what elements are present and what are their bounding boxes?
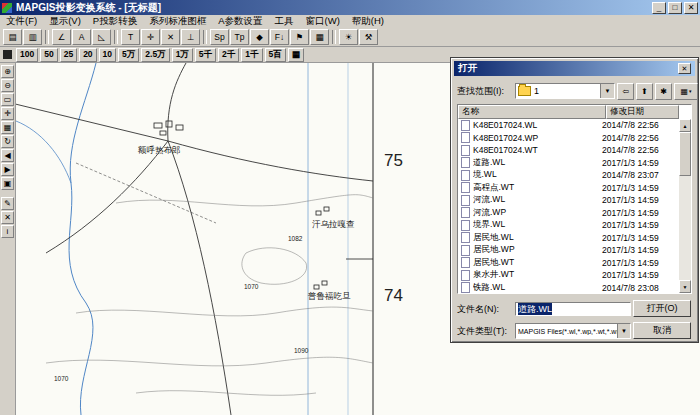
- file-name: K48E017024.WP: [473, 133, 602, 143]
- refresh-icon[interactable]: ↻: [1, 135, 14, 148]
- list-scrollbar[interactable]: ▲ ▼: [679, 119, 691, 293]
- title-bar[interactable]: MAPGIS投影变换系统 - [无标题] _ □ ✕: [0, 0, 700, 15]
- menu-item[interactable]: 文件(F): [0, 15, 43, 28]
- line-edit-icon[interactable]: ∠: [52, 29, 71, 45]
- f-down-icon[interactable]: F↓: [270, 29, 289, 45]
- file-row[interactable]: 河流.WL2017/1/3 14:59: [458, 194, 679, 207]
- file-row[interactable]: 道路.WL2017/1/3 14:59: [458, 157, 679, 170]
- file-row[interactable]: 境界.WL2017/1/3 14:59: [458, 219, 679, 232]
- scale-button[interactable]: 100: [16, 48, 38, 62]
- next-view-icon[interactable]: ▶: [1, 163, 14, 176]
- sp-tool-icon[interactable]: Sp: [210, 29, 229, 45]
- menu-item[interactable]: 系列标准图框: [143, 15, 212, 28]
- close-button[interactable]: ✕: [684, 2, 698, 14]
- file-row[interactable]: 境.WL2014/7/8 23:07: [458, 169, 679, 182]
- text-edit-icon[interactable]: A: [72, 29, 91, 45]
- erase-icon[interactable]: ✕: [1, 211, 14, 224]
- file-row[interactable]: 居民地.WP2017/1/3 14:59: [458, 244, 679, 257]
- previous-view-icon[interactable]: ◀: [1, 149, 14, 162]
- file-type-arrow-icon[interactable]: ▼: [617, 324, 630, 338]
- menu-item[interactable]: 窗口(W): [300, 15, 346, 28]
- full-extent-icon[interactable]: ▣: [1, 177, 14, 190]
- file-row[interactable]: 居民地.WT2017/1/3 14:59: [458, 257, 679, 270]
- flag-icon[interactable]: ⚑: [290, 29, 309, 45]
- project-icon[interactable]: ⊥: [181, 29, 200, 45]
- zoom-window-icon[interactable]: ▭: [1, 93, 14, 106]
- info-icon[interactable]: i: [1, 225, 14, 238]
- view-menu-icon[interactable]: ▦▾: [674, 83, 698, 100]
- up-level-icon[interactable]: ⬆: [636, 83, 653, 100]
- scale-grid-icon[interactable]: ▦: [288, 48, 304, 62]
- tp-tool-icon[interactable]: Tp: [230, 29, 249, 45]
- scale-button[interactable]: 10: [99, 48, 116, 62]
- column-header-name[interactable]: 名称: [458, 105, 606, 119]
- look-in-combo[interactable]: 1 ▼: [515, 83, 615, 99]
- look-in-value: 1: [534, 86, 539, 96]
- frame-grid-icon[interactable]: ▦: [310, 29, 329, 45]
- pan-icon[interactable]: ✛: [1, 107, 14, 120]
- label-icon[interactable]: T: [121, 29, 140, 45]
- file-type-combo[interactable]: MAPGIS Files(*.wl,*.wp,*.wt,*.wn) ▼: [515, 323, 631, 339]
- file-name: 境.WL: [473, 169, 602, 181]
- file-icon: [461, 220, 470, 231]
- file-row[interactable]: 居民地.WL2017/1/3 14:59: [458, 232, 679, 245]
- cross-icon[interactable]: ✛: [141, 29, 160, 45]
- open-button[interactable]: 打开(O): [633, 300, 691, 317]
- dialog-close-button[interactable]: ✕: [678, 63, 691, 74]
- layers-icon[interactable]: ▦: [1, 121, 14, 134]
- tools-icon[interactable]: ⚒: [359, 29, 378, 45]
- back-icon[interactable]: ⇦: [617, 83, 634, 100]
- minimize-button[interactable]: _: [652, 2, 666, 14]
- file-date: 2014/7/8 23:08: [602, 283, 659, 293]
- file-row[interactable]: 泉水井.WT2017/1/3 14:59: [458, 269, 679, 282]
- menu-item[interactable]: P投影转换: [87, 15, 143, 28]
- scale-button[interactable]: 50: [40, 48, 57, 62]
- scroll-up-icon[interactable]: ▲: [679, 119, 691, 132]
- menu-item[interactable]: A参数设置: [212, 15, 268, 28]
- open-icon[interactable]: ▤: [3, 29, 22, 45]
- diamond-icon[interactable]: ◆: [250, 29, 269, 45]
- cancel-button[interactable]: 取消: [633, 322, 691, 339]
- scale-button[interactable]: 20: [79, 48, 96, 62]
- zoom-out-icon[interactable]: ⊖: [1, 79, 14, 92]
- delete-icon[interactable]: ✕: [161, 29, 180, 45]
- file-icon: [461, 120, 470, 131]
- file-row[interactable]: K48E017024.WP2014/7/8 22:56: [458, 132, 679, 145]
- scroll-track[interactable]: [679, 176, 691, 280]
- menu-item[interactable]: 显示(V): [43, 15, 87, 28]
- file-row[interactable]: 铁路.WL2014/7/8 23:08: [458, 282, 679, 294]
- dialog-title-bar[interactable]: 打开 ✕: [454, 61, 695, 76]
- maximize-button[interactable]: □: [668, 2, 682, 14]
- scale-button[interactable]: 1千: [241, 48, 262, 62]
- file-row[interactable]: 高程点.WT2017/1/3 14:59: [458, 182, 679, 195]
- file-date: 2017/1/3 14:59: [602, 220, 659, 230]
- column-header-date[interactable]: 修改日期: [606, 105, 679, 119]
- new-folder-icon[interactable]: ✱: [655, 83, 672, 100]
- zoom-in-icon[interactable]: ⊕: [1, 65, 14, 78]
- scale-button[interactable]: 25: [60, 48, 77, 62]
- scroll-thumb[interactable]: [679, 132, 691, 176]
- bulb-icon[interactable]: ☀: [339, 29, 358, 45]
- left-toolbar: ⊕⊖▭✛▦↻◀▶▣✎✕i: [0, 63, 16, 415]
- menu-item[interactable]: 工具: [269, 15, 300, 28]
- file-row[interactable]: K48E017024.WL2014/7/8 22:56: [458, 119, 679, 132]
- scale-button[interactable]: 1万: [172, 48, 193, 62]
- file-name: 河流.WP: [473, 207, 602, 219]
- file-row[interactable]: 河流.WP2017/1/3 14:59: [458, 207, 679, 220]
- scale-button[interactable]: 2千: [218, 48, 239, 62]
- polygon-edit-icon[interactable]: ◺: [92, 29, 111, 45]
- file-name-input[interactable]: 道路.WL: [515, 302, 631, 316]
- dropdown-arrow-icon[interactable]: ▼: [600, 84, 614, 98]
- file-row[interactable]: K48E017024.WT2014/7/8 22:56: [458, 144, 679, 157]
- edit-icon[interactable]: ✎: [1, 197, 14, 210]
- scale-button[interactable]: 5百: [265, 48, 286, 62]
- view-glyph: ▦: [680, 87, 688, 96]
- menu-item[interactable]: 帮助(H): [346, 15, 390, 28]
- scale-button[interactable]: 2.5万: [141, 48, 169, 62]
- scale-button[interactable]: 5万: [118, 48, 139, 62]
- elevation-label: 1070: [244, 283, 259, 290]
- scroll-down-icon[interactable]: ▼: [679, 280, 691, 293]
- scale-button[interactable]: 5千: [195, 48, 216, 62]
- save-icon[interactable]: ▥: [23, 29, 42, 45]
- file-name: K48E017024.WT: [473, 145, 602, 155]
